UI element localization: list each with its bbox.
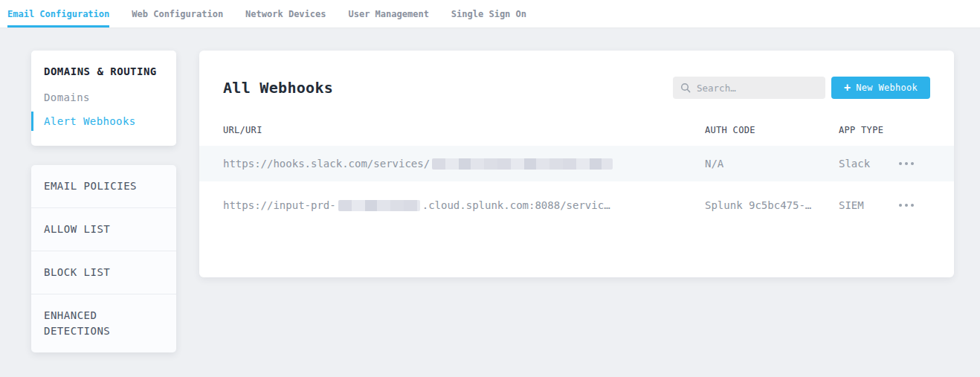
domains-routing-card: DOMAINS & ROUTING Domains Alert Webhooks: [31, 51, 176, 146]
plus-icon: +: [844, 83, 851, 94]
auth-code-value: Splunk 9c5bc475-…: [705, 199, 839, 211]
column-header-auth-code: AUTH CODE: [705, 125, 839, 135]
url-text: https://input-prd-: [223, 199, 336, 211]
row-actions-menu-icon[interactable]: [897, 158, 915, 170]
tab-network-devices[interactable]: Network Devices: [245, 0, 326, 28]
new-webhook-button[interactable]: + New Webhook: [831, 77, 930, 99]
auth-code-value: N/A: [705, 158, 839, 170]
url-text: https://hooks.slack.com/services/: [223, 158, 430, 170]
sidebar-item-domains[interactable]: Domains: [44, 91, 176, 103]
search-input[interactable]: [697, 83, 818, 94]
policy-sections-card: EMAIL POLICIES ALLOW LIST BLOCK LIST ENH…: [31, 165, 176, 352]
app-type-value: Slack: [839, 158, 897, 170]
redacted-url-segment: [432, 158, 613, 170]
page-title: All Webhooks: [223, 79, 333, 97]
sidebar-item-email-policies[interactable]: EMAIL POLICIES: [31, 165, 176, 208]
tab-email-configuration[interactable]: Email Configuration: [7, 0, 109, 28]
app-type-value: SIEM: [839, 199, 897, 211]
sidebar-item-enhanced-detections[interactable]: ENHANCED DETECTIONS: [31, 294, 176, 352]
url-text: .cloud.splunk.com:8088/servic…: [422, 199, 610, 211]
sidebar-item-allow-list[interactable]: ALLOW LIST: [31, 208, 176, 251]
webhooks-panel: All Webhooks + New Webhook URL/URI AUTH …: [199, 51, 954, 277]
sidebar-item-alert-webhooks[interactable]: Alert Webhooks: [44, 115, 176, 127]
panel-header: All Webhooks + New Webhook: [199, 77, 954, 99]
tab-user-management[interactable]: User Management: [348, 0, 428, 28]
column-header-url: URL/URI: [223, 125, 705, 135]
row-actions-menu-icon[interactable]: [897, 199, 915, 211]
new-webhook-label: New Webhook: [856, 83, 918, 93]
search-box[interactable]: [673, 77, 825, 99]
tab-web-configuration[interactable]: Web Configuration: [132, 0, 223, 28]
table-row[interactable]: https://input-prd- .cloud.splunk.com:808…: [199, 181, 954, 229]
tab-single-sign-on[interactable]: Single Sign On: [451, 0, 526, 28]
redacted-url-segment: [338, 200, 420, 211]
domains-routing-heading: DOMAINS & ROUTING: [44, 65, 176, 77]
table-header-row: URL/URI AUTH CODE APP TYPE: [199, 121, 954, 139]
table-row[interactable]: https://hooks.slack.com/services/ N/A Sl…: [199, 146, 954, 181]
column-header-app-type: APP TYPE: [839, 125, 897, 135]
webhook-url: https://hooks.slack.com/services/: [223, 158, 705, 170]
webhooks-table: URL/URI AUTH CODE APP TYPE https://hooks…: [199, 121, 954, 229]
sidebar-item-block-list[interactable]: BLOCK LIST: [31, 251, 176, 294]
webhook-url: https://input-prd- .cloud.splunk.com:808…: [223, 199, 705, 211]
top-navigation: Email Configuration Web Configuration Ne…: [0, 0, 980, 28]
search-icon: [680, 83, 691, 93]
